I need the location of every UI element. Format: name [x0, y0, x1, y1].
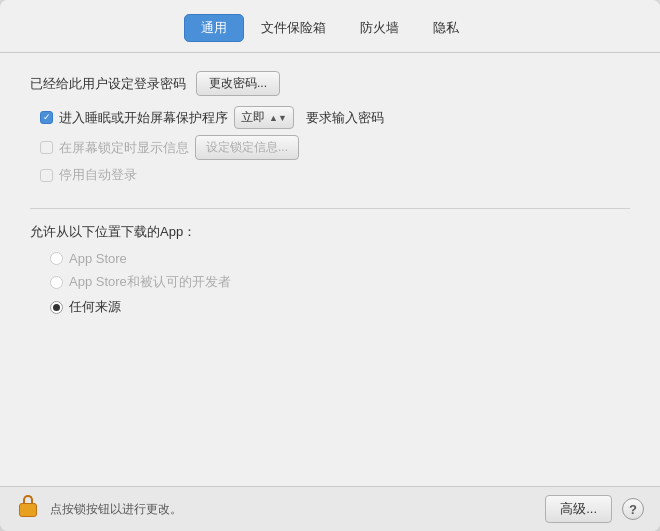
dropdown-arrow-icon: ▲▼: [269, 113, 287, 123]
radio-row-appstore: App Store: [50, 251, 630, 266]
radio-row-identified: App Store和被认可的开发者: [50, 273, 630, 291]
lock-icon: [16, 495, 40, 523]
immediately-dropdown[interactable]: 立即 ▲▼: [234, 106, 294, 129]
lock-label: 点按锁按钮以进行更改。: [50, 501, 535, 518]
screensaver-checkbox[interactable]: [40, 111, 53, 124]
autologin-checkbox[interactable]: [40, 169, 53, 182]
screensaver-label: 进入睡眠或开始屏幕保护程序: [59, 109, 228, 127]
lock-shackle: [23, 495, 33, 503]
radio-identified[interactable]: [50, 276, 63, 289]
lockscreen-checkbox[interactable]: [40, 141, 53, 154]
autologin-row: 停用自动登录: [40, 166, 630, 184]
lock-body: [19, 503, 37, 517]
advanced-button[interactable]: 高级...: [545, 495, 612, 523]
tab-general[interactable]: 通用: [184, 14, 244, 42]
tab-firewall[interactable]: 防火墙: [343, 14, 416, 42]
password-label: 已经给此用户设定登录密码: [30, 75, 186, 93]
autologin-label: 停用自动登录: [59, 166, 137, 184]
require-password-label: 要求输入密码: [306, 109, 384, 127]
help-button[interactable]: ?: [622, 498, 644, 520]
identified-label: App Store和被认可的开发者: [69, 273, 231, 291]
radio-row-anywhere: 任何来源: [50, 298, 630, 316]
change-password-button[interactable]: 更改密码...: [196, 71, 280, 96]
main-content: 已经给此用户设定登录密码 更改密码... 进入睡眠或开始屏幕保护程序 立即 ▲▼…: [0, 53, 660, 486]
screensaver-row: 进入睡眠或开始屏幕保护程序 立即 ▲▼ 要求输入密码: [40, 106, 630, 129]
anywhere-label: 任何来源: [69, 298, 121, 316]
set-lock-button[interactable]: 设定锁定信息...: [195, 135, 299, 160]
downloads-title: 允许从以下位置下载的App：: [30, 223, 630, 241]
tab-bar: 通用 文件保险箱 防火墙 隐私: [0, 0, 660, 42]
radio-anywhere[interactable]: [50, 301, 63, 314]
tab-filevault[interactable]: 文件保险箱: [244, 14, 343, 42]
lockscreen-row: 在屏幕锁定时显示信息 设定锁定信息...: [40, 135, 630, 160]
section-divider: [30, 208, 630, 209]
radio-appstore[interactable]: [50, 252, 63, 265]
password-section: 已经给此用户设定登录密码 更改密码...: [30, 71, 630, 96]
bottom-buttons: 高级... ?: [545, 495, 644, 523]
lockscreen-label: 在屏幕锁定时显示信息: [59, 139, 189, 157]
tab-privacy[interactable]: 隐私: [416, 14, 476, 42]
appstore-label: App Store: [69, 251, 127, 266]
dropdown-value: 立即: [241, 109, 265, 126]
bottom-bar: 点按锁按钮以进行更改。 高级... ?: [0, 486, 660, 531]
